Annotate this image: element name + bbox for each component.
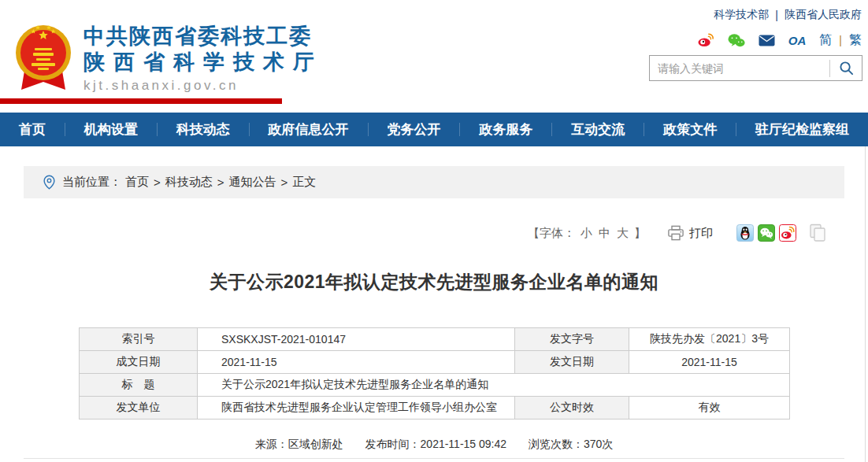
nav-item-interaction[interactable]: 互动交流 [552, 120, 644, 139]
breadcrumb-label: 当前位置： [62, 175, 121, 190]
table-row: 标 题 关于公示2021年拟认定技术先进型服务企业名单的通知 [80, 374, 790, 397]
article-title: 关于公示2021年拟认定技术先进型服务企业名单的通知 [0, 270, 868, 294]
link-shaanxi-gov[interactable]: 陕西省人民政府 [785, 8, 862, 22]
meta-value-issuing-unit: 陕西省技术先进型服务企业认定管理工作领导小组办公室 [198, 397, 515, 419]
main-nav: 首页 机构设置 科技动态 政府信息公开 党务公开 政务服务 互动交流 政策文件 … [0, 113, 868, 146]
table-row: 索引号 SXSKXJST-2021-010147 发文字号 陕技先办发〔2021… [80, 328, 790, 351]
wechat-icon[interactable] [728, 33, 745, 48]
lang-simplified[interactable]: 简 [819, 32, 832, 49]
search-icon [839, 61, 854, 76]
weibo-icon[interactable] [698, 33, 714, 47]
search-input[interactable] [650, 56, 829, 80]
font-size-control: 【字体： 小 中 大 】 [525, 226, 648, 241]
language-switch: 简 | 繁 [819, 32, 862, 49]
font-medium-button[interactable]: 中 [599, 226, 610, 241]
scrollbar-edge-line [865, 146, 866, 462]
meta-label-title: 标 题 [80, 374, 198, 397]
font-large-button[interactable]: 大 [617, 226, 629, 241]
meta-label-index: 索引号 [80, 328, 198, 351]
meta-value-doc-number: 陕技先办发〔2021〕3号 [629, 328, 790, 351]
meta-value-title: 关于公示2021年拟认定技术先进型服务企业名单的通知 [198, 374, 790, 397]
font-size-label-open: 【字体： [528, 226, 575, 241]
table-row: 成文日期 2021-11-15 发文日期 2021-11-15 [80, 351, 790, 374]
breadcrumb-separator: > [217, 176, 224, 189]
weibo-icon[interactable] [779, 224, 796, 242]
search-box [649, 55, 862, 81]
meta-label-validity: 公文时效 [515, 397, 629, 419]
nav-item-policy-docs[interactable]: 政策文件 [644, 120, 736, 139]
font-size-label-close: 】 [634, 226, 646, 241]
org-title-line1: 中共陕西省委科技工委 [83, 24, 323, 49]
font-small-button[interactable]: 小 [581, 226, 592, 241]
meta-label-written-date: 成文日期 [80, 351, 198, 374]
meta-value-issue-date: 2021-11-15 [629, 351, 790, 374]
breadcrumb-separator: > [281, 176, 288, 189]
top-links-separator: | [775, 9, 778, 21]
publish-time-label: 发布时间：2021-11-15 09:42 [365, 438, 507, 450]
lang-separator: | [839, 34, 842, 46]
article-toolbar: 【字体： 小 中 大 】 打印 [525, 224, 827, 242]
breadcrumb-item-current: 正文 [292, 175, 316, 190]
page: 中共陕西省委科技工委 陕西省科学技术厅 kjt.shaanxi.gov.cn 科… [0, 0, 868, 462]
meta-value-index: SXSKXJST-2021-010147 [198, 328, 515, 351]
views-label: 浏览次数：370次 [529, 438, 613, 450]
source-label: 来源：区域创新处 [255, 438, 343, 450]
copy-icon[interactable] [803, 224, 827, 242]
breadcrumb-item-notices[interactable]: 通知公告 [229, 175, 276, 190]
breadcrumb-item-tech-news[interactable]: 科技动态 [165, 175, 213, 190]
print-button[interactable]: 打印 [667, 225, 713, 241]
wechat-icon[interactable] [758, 224, 775, 242]
nav-item-home[interactable]: 首页 [0, 120, 65, 139]
article-source-row: 来源：区域创新处 发布时间：2021-11-15 09:42 浏览次数：370次 [0, 438, 868, 452]
nav-item-party-affairs[interactable]: 党务公开 [369, 120, 460, 139]
header-quick-icons: OA 简 | 繁 [698, 31, 862, 49]
meta-value-validity: 有效 [629, 397, 790, 419]
nav-item-gov-info[interactable]: 政府信息公开 [250, 120, 368, 139]
org-title-line2: 陕西省科学技术厅 [83, 50, 323, 75]
table-row: 发文单位 陕西省技术先进型服务企业认定管理工作领导小组办公室 公文时效 有效 [80, 397, 790, 419]
document-meta-table: 索引号 SXSKXJST-2021-010147 发文字号 陕技先办发〔2021… [79, 327, 790, 419]
national-emblem-logo [14, 19, 72, 96]
header-red-accent-line [0, 98, 282, 104]
breadcrumb-separator: > [154, 176, 161, 189]
lang-traditional[interactable]: 繁 [849, 32, 862, 49]
bottom-divider [24, 458, 844, 459]
nav-item-gov-services[interactable]: 政务服务 [460, 120, 551, 139]
nav-item-discipline-inspection[interactable]: 驻厅纪检监察组 [736, 120, 868, 139]
printer-icon [667, 225, 684, 241]
meta-label-issue-date: 发文日期 [515, 351, 629, 374]
top-external-links: 科学技术部 | 陕西省人民政府 [714, 8, 862, 22]
oa-link[interactable]: OA [788, 34, 807, 47]
site-url: kjt.shaanxi.gov.cn [83, 78, 323, 94]
search-button[interactable] [830, 56, 862, 80]
meta-label-issuing-unit: 发文单位 [80, 397, 198, 419]
link-most[interactable]: 科学技术部 [714, 8, 769, 22]
breadcrumb-item-home[interactable]: 首页 [125, 175, 149, 190]
site-title-block: 中共陕西省委科技工委 陕西省科学技术厅 kjt.shaanxi.gov.cn [83, 24, 323, 94]
print-label: 打印 [689, 226, 713, 241]
nav-item-org[interactable]: 机构设置 [65, 120, 157, 139]
mail-icon[interactable] [759, 35, 775, 46]
meta-value-written-date: 2021-11-15 [198, 351, 515, 374]
breadcrumb: 当前位置： 首页 > 科技动态 > 通知公告 > 正文 [24, 166, 844, 198]
share-buttons [736, 224, 827, 242]
location-pin-icon [43, 175, 55, 190]
nav-item-tech-news[interactable]: 科技动态 [158, 120, 249, 139]
meta-label-doc-number: 发文字号 [515, 328, 629, 351]
qq-icon[interactable] [736, 224, 754, 242]
